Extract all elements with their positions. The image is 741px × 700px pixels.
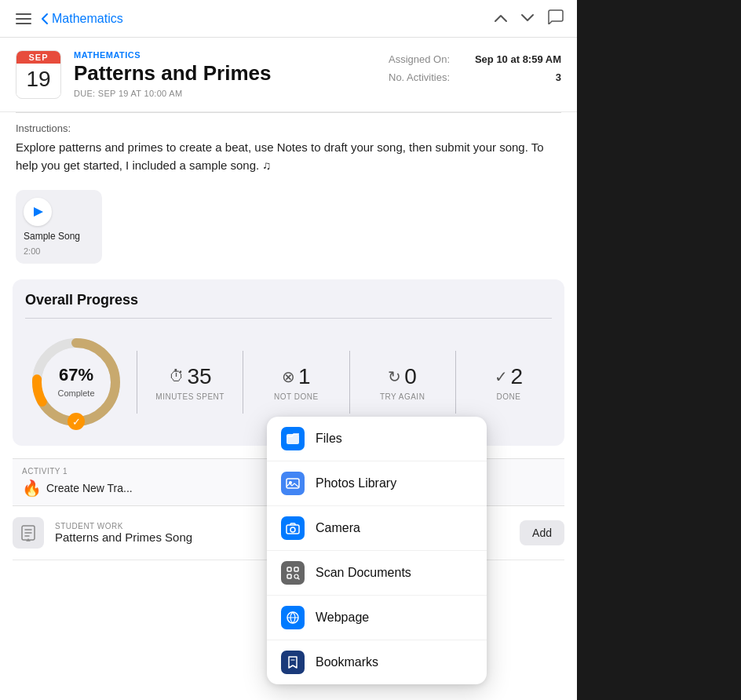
dropdown-scan[interactable]: Scan Documents: [267, 551, 487, 596]
assigned-label: Assigned On:: [389, 53, 450, 65]
down-nav-button[interactable]: [520, 10, 535, 27]
media-name: Sample Song: [24, 231, 80, 242]
stat-try-again-top: ↻ 0: [388, 364, 417, 389]
dropdown-files[interactable]: Files: [267, 417, 487, 461]
stats-divider-3: [349, 351, 350, 414]
camera-label: Camera: [316, 521, 360, 535]
dropdown-bookmarks[interactable]: Bookmarks: [267, 640, 487, 684]
stat-minutes-label: MINUTES SPENT: [155, 392, 224, 401]
donut-percent: 67%: [57, 365, 94, 385]
svg-rect-12: [287, 567, 291, 571]
play-button[interactable]: [24, 198, 52, 226]
back-label: Mathematics: [52, 12, 123, 26]
stat-done-top: ✓ 2: [495, 364, 524, 389]
scan-label: Scan Documents: [316, 566, 411, 580]
svg-rect-1: [16, 18, 31, 20]
stats-divider-1: [137, 351, 137, 414]
back-button[interactable]: Mathematics: [41, 12, 123, 26]
sidebar-toggle-button[interactable]: [13, 8, 35, 30]
done-icon: ✓: [495, 367, 508, 386]
calendar-month: SEP: [16, 51, 60, 64]
clock-icon: ⏱: [169, 367, 184, 385]
scan-icon: [281, 561, 305, 585]
comment-button[interactable]: [547, 9, 564, 28]
donut-complete-label: Complete: [57, 388, 94, 398]
activity-1-icon: 🔥: [22, 479, 42, 498]
stat-try-again-label: TRY AGAIN: [380, 392, 425, 401]
svg-rect-0: [16, 13, 31, 15]
stat-minutes: ⏱ 35 MINUTES SPENT: [147, 364, 233, 401]
webpage-label: Webpage: [316, 611, 369, 625]
stat-try-again: ↻ 0 TRY AGAIN: [360, 364, 446, 401]
stat-try-again-number: 0: [404, 364, 417, 389]
student-work-icon: [13, 517, 44, 549]
dropdown-camera[interactable]: Camera: [267, 506, 487, 551]
photos-icon: [281, 472, 305, 495]
up-nav-button[interactable]: [494, 10, 508, 27]
activities-label: No. Activities:: [389, 71, 450, 83]
photos-label: Photos Library: [316, 476, 396, 490]
stats-divider-4: [455, 351, 456, 414]
activities-row: No. Activities: 3: [389, 71, 561, 83]
assignment-meta: Assigned On: Sep 10 at 8:59 AM No. Activ…: [389, 50, 561, 99]
donut-label: 67% Complete: [57, 365, 94, 399]
nav-actions: [494, 9, 564, 28]
svg-rect-2: [16, 23, 31, 24]
activities-value: 3: [556, 71, 561, 83]
progress-title: Overall Progress: [25, 292, 552, 308]
stat-not-done: ⊗ 1 NOT DONE: [253, 364, 339, 401]
assignment-info: MATHEMATICS Patterns and Primes DUE: SEP…: [74, 50, 376, 99]
donut-chart: 67% Complete ✓: [25, 331, 127, 433]
activity-1-name: Create New Tra...: [46, 482, 133, 494]
calendar-icon: SEP 19: [16, 50, 61, 99]
svg-rect-14: [287, 574, 291, 578]
stat-not-done-label: NOT DONE: [274, 392, 319, 401]
assigned-value: Sep 10 at 8:59 AM: [475, 53, 561, 65]
right-panel: [577, 0, 741, 700]
progress-divider: [25, 318, 552, 319]
webpage-icon: [281, 606, 305, 629]
media-duration: 2:00: [24, 246, 40, 256]
calendar-day: 19: [16, 64, 60, 95]
nav-bar: Mathematics: [0, 0, 577, 38]
dropdown-webpage[interactable]: Webpage: [267, 596, 487, 640]
stat-minutes-number: 35: [188, 364, 212, 389]
add-button[interactable]: Add: [520, 520, 564, 545]
svg-rect-13: [294, 567, 298, 571]
assignment-header: SEP 19 MATHEMATICS Patterns and Primes D…: [0, 38, 577, 112]
stat-done-number: 2: [511, 364, 524, 389]
instructions-label: Instructions:: [16, 122, 561, 134]
bookmarks-label: Bookmarks: [316, 655, 378, 669]
stat-done-label: DONE: [496, 392, 520, 401]
stat-minutes-top: ⏱ 35: [169, 364, 212, 389]
stat-done: ✓ 2 DONE: [465, 364, 552, 401]
instructions-text: Explore patterns and primes to create a …: [16, 139, 561, 174]
svg-rect-8: [287, 479, 299, 488]
play-icon: [34, 207, 43, 217]
check-badge: ✓: [68, 413, 85, 430]
dropdown-menu: Files Photos Library Camera: [267, 417, 487, 684]
stat-not-done-number: 1: [298, 364, 311, 389]
activity-1-label: ACTIVITY 1: [22, 467, 278, 476]
assignment-due: DUE: SEP 19 AT 10:00 AM: [74, 89, 376, 98]
bookmarks-icon: [281, 651, 305, 674]
assignment-title: Patterns and Primes: [74, 61, 376, 86]
assignment-subject: MATHEMATICS: [74, 50, 376, 60]
dropdown-photos[interactable]: Photos Library: [267, 461, 487, 506]
try-again-icon: ↻: [388, 367, 401, 386]
stats-divider-2: [243, 351, 243, 414]
stat-not-done-top: ⊗ 1: [282, 364, 311, 389]
assigned-on-row: Assigned On: Sep 10 at 8:59 AM: [389, 53, 561, 65]
sample-song-card[interactable]: Sample Song 2:00: [16, 190, 102, 264]
files-label: Files: [316, 432, 342, 446]
svg-point-11: [290, 527, 295, 532]
not-done-icon: ⊗: [282, 367, 295, 386]
camera-icon: [281, 516, 305, 540]
files-icon: [281, 427, 305, 450]
activity-1-card[interactable]: ACTIVITY 1 🔥 Create New Tra...: [13, 459, 287, 506]
main-panel: Mathematics SEP 19 MATHEMATICS Patterns …: [0, 0, 577, 700]
instructions-section: Instructions: Explore patterns and prime…: [0, 113, 577, 180]
